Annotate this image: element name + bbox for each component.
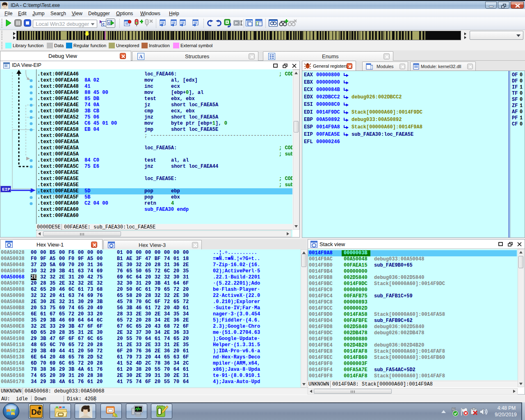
svg-text:c: c: [108, 21, 111, 25]
svg-text:c: c: [103, 22, 105, 26]
svg-text:A: A: [139, 54, 143, 59]
